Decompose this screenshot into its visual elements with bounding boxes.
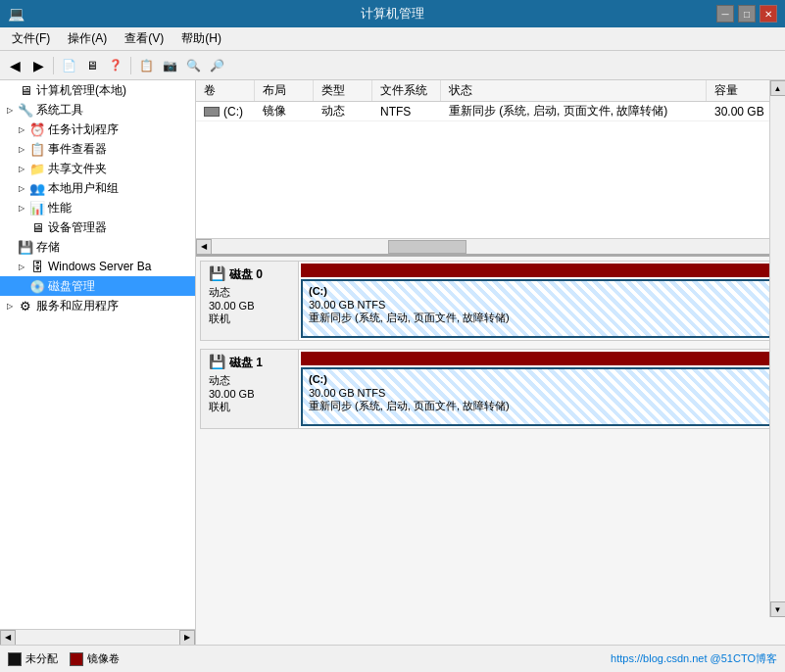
title-bar: 💻 计算机管理 ─ □ ✕ — [0, 0, 785, 27]
system-tools-label: 系统工具 — [36, 102, 83, 119]
th-status: 状态 — [441, 80, 707, 101]
sidebar-item-disk-management[interactable]: 💿 磁盘管理 — [0, 276, 195, 296]
disk-mgmt-label: 磁盘管理 — [48, 278, 95, 295]
shared-folders-icon: 📁 — [29, 161, 45, 176]
storage-expander — [4, 241, 16, 253]
table-row[interactable]: (C:) 镜像 动态 NTFS 重新同步 (系统, 启动, 页面文件, 故障转储… — [196, 102, 785, 121]
device-manager-icon: 🖥 — [29, 219, 45, 235]
minimize-button[interactable]: ─ — [716, 5, 734, 23]
services-label: 服务和应用程序 — [36, 298, 119, 314]
copy-button[interactable]: 📋 — [135, 55, 157, 76]
legend-mirror-box — [70, 652, 83, 666]
menu-bar: 文件(F) 操作(A) 查看(V) 帮助(H) — [0, 27, 785, 51]
wsb-label: Windows Server Ba — [48, 260, 151, 273]
local-users-expander: ▷ — [16, 182, 27, 194]
disk-0-status: 联机 — [209, 312, 290, 326]
sidebar-item-storage[interactable]: 💾 存储 — [0, 237, 195, 257]
sidebar-item-event-viewer[interactable]: ▷ 📋 事件查看器 — [0, 139, 195, 159]
scroll-down-arrow[interactable]: ▼ — [770, 601, 786, 617]
sidebar-item-system-tools[interactable]: ▷ 🔧 系统工具 — [0, 100, 195, 120]
disk-1-label: 💾 磁盘 1 动态 30.00 GB 联机 — [201, 350, 299, 428]
scroll-track[interactable] — [212, 239, 769, 254]
menu-help[interactable]: 帮助(H) — [173, 28, 229, 49]
legend-mirror-label: 镜像卷 — [87, 651, 120, 666]
td-status: 重新同步 (系统, 启动, 页面文件, 故障转储) — [441, 102, 707, 120]
legend-unalloc: 未分配 — [8, 651, 58, 666]
disk-icon-small — [204, 107, 220, 117]
disk-1-part-details: 30.00 GB NTFS — [309, 387, 770, 399]
performance-icon: 📊 — [29, 200, 45, 216]
camera-button[interactable]: 📷 — [159, 55, 180, 76]
table-header: 卷 布局 类型 文件系统 状态 容量 — [196, 80, 785, 102]
menu-file[interactable]: 文件(F) — [4, 28, 58, 49]
sidebar-scroll-track[interactable] — [16, 630, 179, 646]
event-viewer-label: 事件查看器 — [48, 141, 107, 158]
zoom-button[interactable]: 🔎 — [206, 55, 227, 76]
disk-0-visual: (C:) 30.00 GB NTFS 重新同步 (系统, 启动, 页面文件, 故… — [299, 262, 780, 340]
forward-button[interactable]: ▶ — [27, 55, 49, 76]
sidebar-item-device-manager[interactable]: 🖥 设备管理器 — [0, 217, 195, 237]
disk-1-icon: 💾 — [209, 354, 229, 369]
scroll-thumb-v[interactable] — [770, 96, 785, 601]
disk-0-partition[interactable]: (C:) 30.00 GB NTFS 重新同步 (系统, 启动, 页面文件, 故… — [301, 279, 778, 338]
td-vol: (C:) — [196, 102, 255, 120]
sidebar-item-windows-server-ba[interactable]: ▷ 🗄 Windows Server Ba — [0, 257, 195, 276]
window-title: 计算机管理 — [361, 5, 424, 23]
toolbar-sep-2 — [130, 57, 131, 74]
new-window-button[interactable]: 📄 — [58, 55, 79, 76]
computer-button[interactable]: 🖥 — [81, 55, 103, 76]
table-body: (C:) 镜像 动态 NTFS 重新同步 (系统, 启动, 页面文件, 故障转储… — [196, 102, 785, 238]
system-tools-expander: ▷ — [4, 104, 16, 116]
task-scheduler-icon: ⏰ — [29, 121, 45, 137]
sidebar-item-performance[interactable]: ▷ 📊 性能 — [0, 198, 195, 217]
root-expander — [4, 84, 16, 96]
disk-0-type: 动态 — [209, 285, 290, 300]
sidebar-scroll-right[interactable]: ▶ — [179, 630, 195, 646]
disk-map-area[interactable]: 💾 磁盘 0 动态 30.00 GB 联机 (C:) 30.00 GB NTFS… — [196, 257, 785, 645]
toolbar: ◀ ▶ 📄 🖥 ❓ 📋 📷 🔍 🔎 — [0, 51, 785, 80]
table-area: 卷 布局 类型 文件系统 状态 容量 (C:) 镜像 动态 NTFS 重新同步 … — [196, 80, 785, 257]
search-button[interactable]: 🔍 — [182, 55, 204, 76]
table-scrollbar-h[interactable]: ◀ ▶ — [196, 238, 785, 254]
disk-1-partition[interactable]: (C:) 30.00 GB NTFS 重新同步 (系统, 启动, 页面文件, 故… — [301, 367, 778, 426]
help-button[interactable]: ❓ — [105, 55, 126, 76]
sidebar-item-shared-folders[interactable]: ▷ 📁 共享文件夹 — [0, 159, 195, 178]
th-fs: 文件系统 — [372, 80, 441, 101]
sidebar-scroll-left[interactable]: ◀ — [0, 630, 16, 646]
menu-action[interactable]: 操作(A) — [60, 28, 115, 49]
disk-1-type: 动态 — [209, 373, 290, 388]
sidebar-item-local-users[interactable]: ▷ 👥 本地用户和组 — [0, 178, 195, 198]
disk-0-part-label: (C:) — [309, 285, 770, 297]
shared-folders-expander: ▷ — [16, 163, 27, 174]
device-manager-label: 设备管理器 — [48, 219, 107, 236]
services-expander: ▷ — [4, 300, 16, 312]
scroll-left-arrow[interactable]: ◀ — [196, 239, 212, 255]
watermark: https://blog.csdn.net @51CTO博客 — [611, 651, 777, 666]
th-vol: 卷 — [196, 80, 255, 101]
task-scheduler-expander: ▷ — [16, 123, 27, 135]
sidebar-root[interactable]: 🖥 计算机管理(本地) — [0, 80, 195, 100]
device-manager-expander — [16, 221, 27, 233]
event-viewer-icon: 📋 — [29, 141, 45, 157]
right-scrollbar[interactable]: ▲ ▼ — [769, 80, 785, 617]
disk-0-label: 💾 磁盘 0 动态 30.00 GB 联机 — [201, 262, 299, 340]
sidebar-item-services-apps[interactable]: ▷ ⚙ 服务和应用程序 — [0, 296, 195, 315]
toolbar-sep-1 — [53, 57, 54, 74]
legend-mirror: 镜像卷 — [70, 651, 120, 666]
back-button[interactable]: ◀ — [4, 55, 25, 76]
wsb-icon: 🗄 — [29, 259, 45, 274]
storage-icon: 💾 — [18, 239, 33, 255]
maximize-button[interactable]: □ — [738, 5, 756, 23]
close-button[interactable]: ✕ — [760, 5, 777, 23]
disk-1-title: 💾 磁盘 1 — [209, 354, 290, 371]
storage-label: 存储 — [36, 239, 60, 256]
menu-view[interactable]: 查看(V) — [117, 28, 172, 49]
td-layout: 镜像 — [255, 102, 314, 120]
disk-1-bar-top — [301, 352, 778, 365]
scroll-up-arrow[interactable]: ▲ — [770, 80, 786, 96]
disk-0-icon: 💾 — [209, 265, 229, 281]
td-fs: NTFS — [372, 102, 441, 120]
title-bar-icon: 💻 — [8, 6, 25, 22]
th-type: 类型 — [314, 80, 372, 101]
sidebar-item-task-scheduler[interactable]: ▷ ⏰ 任务计划程序 — [0, 120, 195, 139]
